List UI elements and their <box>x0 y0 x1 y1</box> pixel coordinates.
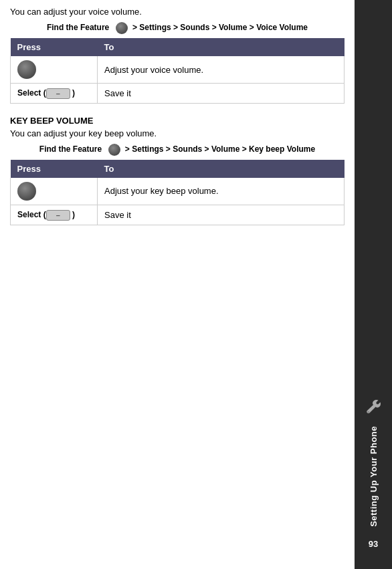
select-key-icon-2 <box>46 210 70 221</box>
side-tab-content: Setting Up Your Phone 93 <box>363 397 383 549</box>
key-table-press-header: Press <box>11 160 98 178</box>
key-beep-path: > Settings > Sounds > Volume > Key beep … <box>125 144 315 154</box>
menu-icon-keybeep <box>108 144 120 156</box>
nav-circle-icon-2 <box>17 182 36 201</box>
voice-intro-text: You can adjust your voice volume. <box>10 7 345 17</box>
key-beep-find-feature: Find the Feature > Settings > Sounds > V… <box>10 144 345 156</box>
find-feature-label: Find the Feature <box>47 23 109 32</box>
key-row1-to: Adjust your key beep volume. <box>98 178 345 205</box>
select-btn-key: Select ( ) <box>17 210 75 221</box>
key-beep-intro-text: You can adjust your key beep volume. <box>10 128 345 138</box>
voice-row1-press <box>11 56 98 84</box>
voice-row2-press: Select ( ) <box>11 84 98 104</box>
sidebar-title: Setting Up Your Phone <box>369 426 379 527</box>
main-content: You can adjust your voice volume. Find t… <box>0 0 355 244</box>
table-row: Select ( ) Save it <box>11 205 345 225</box>
nav-circle-icon <box>17 60 36 79</box>
find-feature-label-2: Find the Feature <box>39 144 102 154</box>
table-row: Adjust your key beep volume. <box>11 178 345 205</box>
menu-icon-voice <box>116 22 128 34</box>
table-row: Adjust your voice volume. <box>11 56 345 84</box>
wrench-icon <box>363 397 383 419</box>
voice-find-feature: Find the Feature > Settings > Sounds > V… <box>10 22 345 34</box>
page-number: 93 <box>369 539 378 549</box>
voice-table-to-header: To <box>98 38 345 56</box>
voice-path: > Settings > Sounds > Volume > Voice Vol… <box>132 23 308 32</box>
key-row1-press <box>11 178 98 205</box>
key-table-to-header: To <box>98 160 345 178</box>
key-row2-to: Save it <box>98 205 345 225</box>
select-key-icon <box>46 88 70 99</box>
table-row: Select ( ) Save it <box>11 84 345 104</box>
side-tab: Setting Up Your Phone 93 <box>355 0 392 569</box>
voice-table-press-header: Press <box>11 38 98 56</box>
key-beep-table: Press To Adjust your key beep volume. Se… <box>10 160 345 225</box>
voice-row1-to: Adjust your voice volume. <box>98 56 345 84</box>
svg-point-0 <box>367 411 369 413</box>
voice-row2-to: Save it <box>98 84 345 104</box>
select-btn-voice: Select ( ) <box>17 88 75 99</box>
voice-volume-table: Press To Adjust your voice volume. Selec… <box>10 38 345 104</box>
key-beep-heading: KEY BEEP VOLUME <box>10 116 345 126</box>
key-row2-press: Select ( ) <box>11 205 98 225</box>
